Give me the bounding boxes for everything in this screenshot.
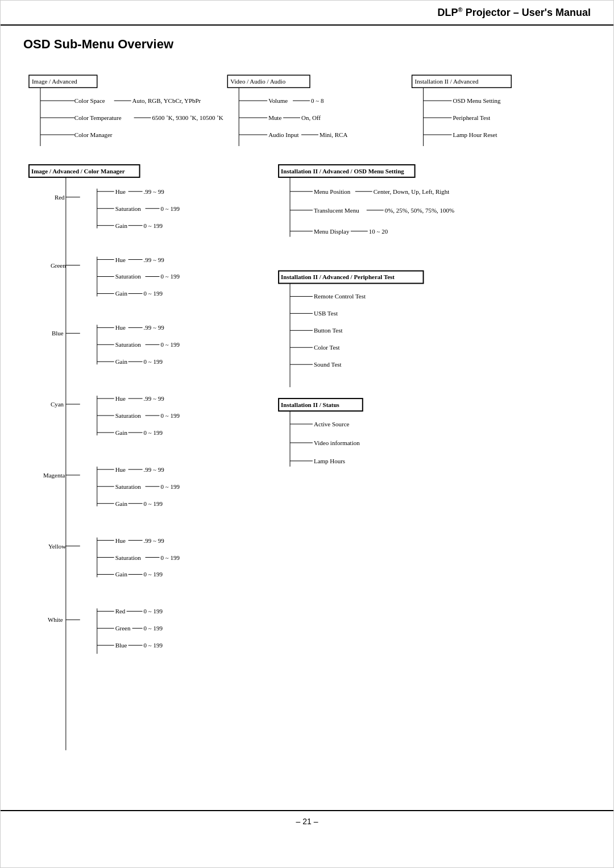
svg-text:0 ~ 199: 0 ~ 199 (161, 341, 180, 348)
svg-text:Green: Green (51, 262, 66, 269)
svg-text:0 ~ 199: 0 ~ 199 (144, 500, 163, 507)
svg-text:Green: Green (115, 625, 131, 632)
svg-text:Hue: Hue (115, 188, 126, 195)
svg-text:Hue: Hue (115, 537, 126, 544)
svg-text:.99 ~ 99: .99 ~ 99 (144, 256, 165, 263)
svg-text:Video information: Video information (314, 439, 360, 446)
svg-text:Red: Red (115, 608, 126, 614)
svg-text:Saturation: Saturation (115, 412, 142, 419)
svg-text:Button Test: Button Test (314, 327, 343, 334)
page-number: – 21 – (296, 817, 318, 826)
svg-text:Gain: Gain (115, 290, 128, 297)
svg-text:Saturation: Saturation (115, 483, 142, 490)
svg-text:0 ~ 199: 0 ~ 199 (144, 429, 163, 436)
svg-text:Saturation: Saturation (115, 341, 142, 348)
osd-diagram: Image / Advanced Color Space Auto, RGB, … (23, 63, 591, 779)
svg-text:On, Off: On, Off (301, 114, 321, 121)
svg-text:Image / Advanced: Image / Advanced (32, 78, 77, 85)
title-text: DLP (438, 7, 458, 18)
svg-text:Center, Down, Up, Left, Right: Center, Down, Up, Left, Right (374, 188, 450, 195)
header: DLP® Projector – User's Manual (1, 1, 613, 26)
svg-text:.99 ~ 99: .99 ~ 99 (144, 537, 165, 544)
svg-text:Gain: Gain (115, 222, 128, 229)
svg-text:0 ~ 199: 0 ~ 199 (161, 483, 180, 490)
page-title: DLP® Projector – User's Manual (438, 7, 591, 18)
svg-text:Saturation: Saturation (115, 554, 142, 561)
svg-text:Installation II / Advanced: Installation II / Advanced (415, 78, 479, 85)
svg-text:0 ~ 199: 0 ~ 199 (161, 412, 180, 419)
svg-text:Installation II / Advanced / O: Installation II / Advanced / OSD Menu Se… (281, 168, 404, 175)
svg-text:Image / Advanced / Color Manag: Image / Advanced / Color Manager (31, 168, 125, 175)
registered-mark: ® (458, 6, 463, 13)
svg-text:0 ~ 199: 0 ~ 199 (144, 571, 163, 578)
svg-text:Cyan: Cyan (51, 401, 64, 408)
svg-text:.99 ~ 99: .99 ~ 99 (144, 395, 165, 402)
svg-text:Lamp Hours: Lamp Hours (314, 458, 345, 464)
svg-text:Sound Test: Sound Test (314, 361, 342, 368)
svg-text:Hue: Hue (115, 466, 126, 473)
svg-text:10 ~ 20: 10 ~ 20 (369, 228, 388, 235)
svg-text:Mini, RCA: Mini, RCA (320, 131, 347, 138)
svg-text:Gain: Gain (115, 429, 128, 436)
svg-text:Color Manager: Color Manager (74, 131, 113, 138)
svg-text:Installation II / Advanced / P: Installation II / Advanced / Peripheral … (281, 274, 395, 281)
svg-text:0 ~ 199: 0 ~ 199 (144, 642, 163, 649)
svg-text:Volume: Volume (268, 97, 288, 104)
svg-text:Video / Audio / Audio: Video / Audio / Audio (230, 78, 285, 85)
svg-text:Yellow: Yellow (48, 543, 66, 550)
svg-text:Remote Control Test: Remote Control Test (314, 293, 366, 300)
svg-text:White: White (48, 616, 63, 623)
svg-text:Gain: Gain (115, 500, 128, 507)
svg-text:Blue: Blue (115, 642, 127, 649)
svg-text:Hue: Hue (115, 395, 126, 402)
svg-text:Active Source: Active Source (314, 421, 350, 427)
svg-text:0 ~ 199: 0 ~ 199 (161, 205, 180, 212)
svg-text:Audio Input: Audio Input (268, 131, 298, 138)
svg-text:Peripheral Test: Peripheral Test (453, 114, 490, 121)
subtitle-text: Projector – User's Manual (463, 7, 591, 18)
svg-text:Gain: Gain (115, 571, 128, 578)
svg-text:Color Test: Color Test (314, 344, 340, 351)
svg-text:USB Test: USB Test (314, 310, 338, 317)
svg-text:Mute: Mute (268, 114, 281, 121)
svg-text:0 ~ 199: 0 ~ 199 (161, 554, 180, 561)
svg-text:Magenta: Magenta (43, 472, 65, 479)
svg-text:Hue: Hue (115, 324, 126, 331)
svg-text:OSD Menu Setting: OSD Menu Setting (453, 97, 501, 104)
page-wrapper: DLP® Projector – User's Manual OSD Sub-M… (0, 0, 614, 868)
svg-text:Hue: Hue (115, 256, 126, 263)
svg-text:Translucent Menu: Translucent Menu (314, 207, 359, 214)
svg-text:Saturation: Saturation (115, 273, 142, 280)
svg-text:Installation II / Status: Installation II / Status (281, 401, 339, 408)
svg-text:.99 ~ 99: .99 ~ 99 (144, 466, 165, 473)
svg-text:.99 ~ 99: .99 ~ 99 (144, 188, 165, 195)
svg-text:0%, 25%, 50%, 75%, 100%: 0%, 25%, 50%, 75%, 100% (385, 207, 454, 214)
svg-text:Saturation: Saturation (115, 205, 142, 212)
svg-text:0 ~ 199: 0 ~ 199 (144, 608, 163, 614)
svg-text:0 ~ 199: 0 ~ 199 (144, 290, 163, 297)
svg-text:.99 ~ 99: .99 ~ 99 (144, 324, 165, 331)
svg-text:Blue: Blue (52, 330, 64, 337)
svg-text:0 ~ 8: 0 ~ 8 (311, 97, 324, 104)
svg-text:0 ~ 199: 0 ~ 199 (144, 358, 163, 365)
svg-text:0 ~ 199: 0 ~ 199 (144, 222, 163, 229)
svg-text:Red: Red (55, 194, 65, 201)
svg-text:Color Temperature: Color Temperature (74, 114, 122, 121)
svg-text:0 ~ 199: 0 ~ 199 (144, 625, 163, 632)
footer: – 21 – (1, 810, 613, 832)
svg-text:Gain: Gain (115, 358, 128, 365)
svg-text:Auto, RGB, YCbCr, YPbPr: Auto, RGB, YCbCr, YPbPr (132, 97, 201, 104)
svg-text:Menu Display: Menu Display (314, 228, 350, 235)
svg-text:0 ~ 199: 0 ~ 199 (161, 273, 180, 280)
svg-text:Menu Position: Menu Position (314, 188, 351, 195)
svg-text:Lamp Hour Reset: Lamp Hour Reset (453, 131, 497, 138)
content-area: OSD Sub-Menu Overview Image / Advanced C… (1, 26, 613, 804)
section-title: OSD Sub-Menu Overview (23, 37, 591, 52)
svg-text:Color Space: Color Space (74, 97, 105, 104)
svg-text:6500 ˚K, 9300 ˚K, 10500 ˚K: 6500 ˚K, 9300 ˚K, 10500 ˚K (152, 114, 223, 121)
